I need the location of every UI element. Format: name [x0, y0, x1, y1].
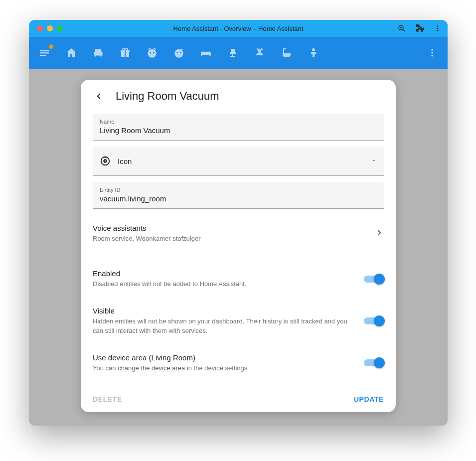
voice-assistants-row[interactable]: Voice assistants Room service, Woonkamer… — [93, 215, 384, 252]
svg-rect-25 — [201, 54, 202, 56]
home-icon[interactable] — [65, 46, 78, 59]
close-window-button[interactable] — [37, 25, 43, 31]
svg-point-37 — [431, 55, 433, 56]
gift-icon[interactable] — [119, 46, 132, 59]
sofa-icon[interactable] — [92, 46, 105, 59]
entity-settings-dialog: Living Room Vacuum Name Icon — [81, 80, 396, 412]
enabled-subtitle: Disabled entities will not be added to H… — [93, 280, 358, 289]
svg-point-17 — [153, 52, 155, 54]
svg-point-20 — [174, 49, 183, 57]
face-2-icon[interactable] — [172, 46, 185, 59]
enabled-toggle[interactable] — [364, 274, 384, 285]
visible-subtitle: Hidden entities will not be shown on you… — [93, 317, 358, 335]
maximize-window-button[interactable] — [57, 25, 63, 31]
more-vert-icon[interactable] — [433, 23, 443, 33]
name-field[interactable]: Name — [93, 114, 384, 141]
vacuum-icon — [100, 155, 111, 166]
window-title: Home Assistant - Overview – Home Assista… — [29, 25, 448, 32]
window-controls — [37, 25, 63, 31]
change-device-area-link[interactable]: change the device area — [118, 364, 185, 372]
chair-icon[interactable] — [226, 46, 239, 59]
svg-rect-30 — [230, 56, 235, 57]
titlebar: Home Assistant - Overview – Home Assista… — [29, 20, 448, 37]
dialog-scrim: Living Room Vacuum Name Icon — [29, 69, 448, 426]
device-area-title: Use device area (Living Room) — [93, 353, 358, 362]
svg-line-18 — [148, 48, 150, 49]
svg-point-4 — [437, 25, 439, 27]
svg-point-16 — [150, 52, 151, 54]
svg-point-21 — [176, 52, 178, 54]
svg-rect-28 — [230, 52, 236, 54]
entity-id-input[interactable] — [100, 194, 377, 203]
device-area-subtitle: You can change the device area in the de… — [93, 364, 358, 373]
navbar-more-icon[interactable] — [426, 46, 439, 59]
face-1-icon[interactable] — [146, 46, 159, 59]
name-input[interactable] — [100, 126, 377, 135]
minimize-window-button[interactable] — [47, 25, 53, 31]
svg-point-31 — [258, 49, 261, 52]
svg-rect-26 — [210, 54, 211, 56]
app-window: Home Assistant - Overview – Home Assista… — [29, 20, 448, 426]
svg-rect-8 — [40, 52, 49, 53]
visible-row: Visible Hidden entities will not be show… — [93, 298, 384, 344]
voice-title: Voice assistants — [93, 224, 369, 232]
visible-title: Visible — [93, 307, 358, 315]
svg-point-15 — [148, 49, 156, 57]
enabled-title: Enabled — [93, 269, 358, 278]
svg-point-23 — [181, 49, 183, 50]
svg-rect-27 — [231, 49, 235, 52]
bath-icon[interactable] — [280, 46, 293, 59]
chevron-right-icon — [375, 228, 384, 239]
svg-rect-24 — [201, 52, 211, 55]
svg-point-33 — [261, 48, 263, 50]
svg-point-32 — [257, 48, 259, 50]
svg-point-14 — [126, 48, 128, 50]
svg-point-35 — [431, 49, 433, 51]
delete-button[interactable]: Delete — [93, 395, 122, 403]
svg-point-34 — [312, 48, 315, 51]
navbar — [29, 37, 448, 69]
puzzle-icon[interactable] — [415, 23, 425, 33]
entity-id-label: Entity ID — [100, 187, 377, 193]
svg-point-13 — [123, 48, 125, 50]
name-label: Name — [100, 119, 377, 125]
back-button[interactable] — [93, 90, 105, 102]
visible-toggle[interactable] — [364, 315, 384, 326]
chevron-down-icon — [371, 156, 377, 165]
svg-point-5 — [437, 28, 439, 29]
icon-select[interactable]: Icon — [93, 147, 384, 176]
menu-icon[interactable] — [38, 46, 51, 59]
svg-point-6 — [437, 30, 439, 31]
person-icon[interactable] — [307, 46, 320, 59]
svg-rect-7 — [40, 50, 49, 51]
svg-point-36 — [431, 52, 433, 53]
svg-line-19 — [154, 48, 156, 49]
bed-icon[interactable] — [199, 46, 212, 59]
device-area-toggle[interactable] — [364, 357, 384, 368]
svg-point-40 — [105, 160, 106, 161]
svg-rect-41 — [104, 156, 107, 157]
svg-rect-12 — [125, 50, 126, 57]
enabled-row: Enabled Disabled entities will not be ad… — [93, 260, 384, 298]
entity-id-field[interactable]: Entity ID — [93, 182, 384, 209]
flower-icon[interactable] — [253, 46, 266, 59]
voice-subtitle: Room service, Woonkamer stofzuiger — [93, 234, 369, 243]
svg-line-1 — [403, 29, 405, 31]
update-button[interactable]: Update — [354, 395, 384, 403]
svg-rect-9 — [40, 55, 46, 56]
dialog-footer: Delete Update — [81, 386, 396, 412]
icon-select-label: Icon — [118, 157, 132, 165]
dialog-title: Living Room Vacuum — [116, 90, 219, 103]
device-area-row: Use device area (Living Room) You can ch… — [93, 344, 384, 382]
zoom-icon[interactable] — [397, 23, 407, 33]
svg-point-22 — [180, 52, 181, 54]
